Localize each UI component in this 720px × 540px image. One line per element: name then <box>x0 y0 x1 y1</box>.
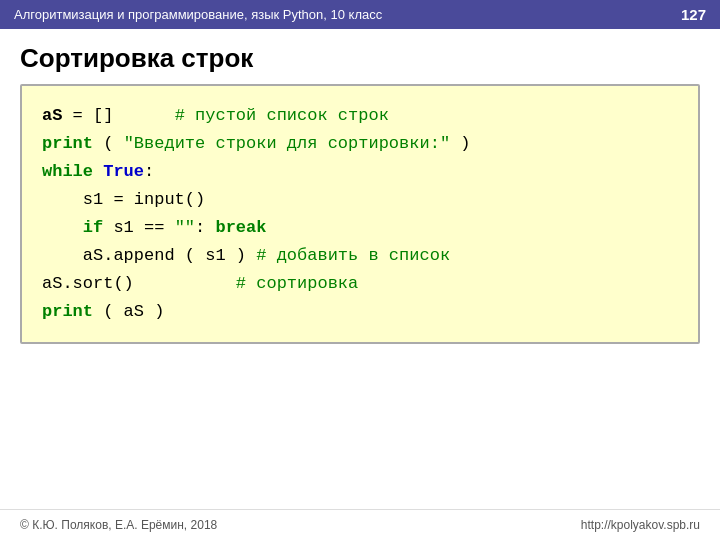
subtitle: Алгоритмизация и программирование, язык … <box>14 7 382 22</box>
footer-right: http://kpolyakov.spb.ru <box>581 518 700 532</box>
code-line-6: aS.append ( s1 ) # добавить в список <box>42 242 678 270</box>
code-line-3: while True: <box>42 158 678 186</box>
code-line-8: print ( aS ) <box>42 298 678 326</box>
footer-left: © К.Ю. Поляков, Е.А. Ерёмин, 2018 <box>20 518 217 532</box>
code-line-1: aS = [] # пустой список строк <box>42 102 678 130</box>
code-line-4: s1 = input() <box>42 186 678 214</box>
slide-title: Сортировка строк <box>0 29 720 84</box>
code-line-2: print ( "Введите строки для сортировки:"… <box>42 130 678 158</box>
code-line-7: aS.sort() # сортировка <box>42 270 678 298</box>
slide-number: 127 <box>681 6 706 23</box>
code-line-5: if s1 == "": break <box>42 214 678 242</box>
header-bar: Алгоритмизация и программирование, язык … <box>0 0 720 29</box>
footer: © К.Ю. Поляков, Е.А. Ерёмин, 2018 http:/… <box>0 509 720 540</box>
code-block: aS = [] # пустой список строк print ( "В… <box>20 84 700 344</box>
